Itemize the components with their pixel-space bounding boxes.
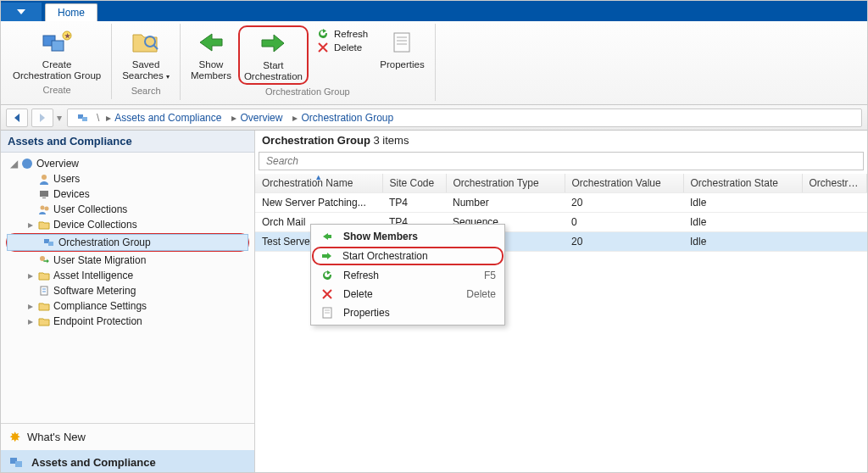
nav-bar: ▾ \ ▸Assets and Compliance ▸Overview ▸Or… xyxy=(1,105,867,131)
ctx-show-members[interactable]: Show Members xyxy=(313,227,503,246)
arrow-right-bold-icon xyxy=(319,251,334,261)
tree-item-software-metering[interactable]: Software Metering xyxy=(3,283,253,298)
tree-item-label: Software Metering xyxy=(53,285,136,297)
content-pane: Orchestration Group 3 items Orchestratio… xyxy=(255,131,867,473)
tree-item-user-collections[interactable]: User Collections xyxy=(3,202,253,217)
tree-item-label: Endpoint Protection xyxy=(53,315,142,327)
tree-item-label: User Collections xyxy=(53,203,127,215)
column-header[interactable]: Orchestration Type xyxy=(446,174,565,193)
sidebar-bottom: ✸ What's New Assets and Compliance xyxy=(1,423,254,473)
tree-item-devices[interactable]: Devices xyxy=(3,186,253,202)
ribbon-group-search: Saved Searches ▾ Search xyxy=(112,24,181,100)
tree-item-users[interactable]: Users xyxy=(3,171,253,186)
tree-item-user-state-migration[interactable]: User State Migration xyxy=(3,253,253,268)
refresh-icon xyxy=(315,28,331,40)
bc-sub2[interactable]: Orchestration Group xyxy=(301,112,393,124)
tree-icon xyxy=(38,220,50,230)
tree-icon xyxy=(38,188,50,200)
assets-icon xyxy=(9,455,25,469)
svg-rect-9 xyxy=(394,33,409,52)
search-box[interactable] xyxy=(259,152,864,170)
properties-sheet-icon xyxy=(320,307,335,319)
tree-item-label: Devices xyxy=(53,188,90,200)
ctx-show-members-label: Show Members xyxy=(343,231,418,242)
delete-label: Delete xyxy=(334,42,362,53)
show-line2: Members xyxy=(191,70,231,81)
tree-item-device-collections[interactable]: ▸Device Collections xyxy=(3,217,253,232)
breadcrumb[interactable]: \ ▸Assets and Compliance ▸Overview ▸Orch… xyxy=(67,109,862,127)
ctx-properties[interactable]: Properties xyxy=(313,303,503,322)
file-menu-button[interactable] xyxy=(1,3,42,21)
start-line1: Start xyxy=(263,60,283,70)
column-header[interactable]: Orchestration State xyxy=(683,174,802,193)
nav-tree[interactable]: ◢OverviewUsersDevicesUser Collections▸De… xyxy=(1,153,254,423)
ctx-refresh[interactable]: Refresh F5 xyxy=(313,266,503,285)
ctx-refresh-label: Refresh xyxy=(343,270,379,281)
delete-icon xyxy=(315,42,331,53)
tree-icon xyxy=(38,270,50,281)
column-header[interactable]: Orchestration Name▲ xyxy=(255,174,382,193)
nav-back-button[interactable] xyxy=(6,109,28,127)
ctx-delete[interactable]: Delete Delete xyxy=(313,285,503,303)
properties-icon xyxy=(387,27,417,58)
expand-caret-icon[interactable]: ◢ xyxy=(9,158,18,170)
star-icon: ✸ xyxy=(9,429,20,445)
tree-item-asset-intelligence[interactable]: ▸Asset Intelligence xyxy=(3,268,253,283)
expand-caret-icon[interactable]: ▸ xyxy=(26,315,35,327)
start-orchestration-icon xyxy=(258,28,288,58)
svg-point-18 xyxy=(42,175,47,180)
svg-point-22 xyxy=(45,207,49,211)
create-grp-line1: Create xyxy=(42,59,72,70)
cell: Idle xyxy=(683,232,802,252)
delete-x-icon xyxy=(320,289,335,299)
tree-item-label: Compliance Settings xyxy=(53,300,147,312)
tree-icon xyxy=(43,237,55,248)
properties-label: Properties xyxy=(380,59,424,70)
column-header[interactable]: Site Code xyxy=(382,174,446,193)
tree-icon xyxy=(38,285,50,297)
expand-caret-icon[interactable]: ▸ xyxy=(26,219,35,231)
assets-compliance-row[interactable]: Assets and Compliance xyxy=(1,450,254,473)
column-header[interactable]: Orchestration Value xyxy=(565,174,683,193)
breadcrumb-root-icon xyxy=(73,112,93,124)
search-input[interactable] xyxy=(264,154,858,168)
properties-button[interactable]: Properties xyxy=(375,25,429,72)
tree-item-label: Orchestration Group xyxy=(58,236,151,248)
tree-item-compliance-settings[interactable]: ▸Compliance Settings xyxy=(3,298,253,314)
refresh-button[interactable]: Refresh xyxy=(314,27,370,41)
whats-new-row[interactable]: ✸ What's New xyxy=(1,424,254,450)
cell: Number xyxy=(446,193,565,213)
tree-item-label: User State Migration xyxy=(53,254,146,266)
tree-item-endpoint-protection[interactable]: ▸Endpoint Protection xyxy=(3,314,253,329)
svg-rect-16 xyxy=(82,117,87,121)
bc-root[interactable]: Assets and Compliance xyxy=(114,112,221,124)
cell xyxy=(802,213,867,232)
cell: Idle xyxy=(683,193,802,213)
expand-caret-icon[interactable]: ▸ xyxy=(26,300,35,312)
cell xyxy=(802,193,867,213)
content-header: Orchestration Group 3 items xyxy=(255,131,867,150)
svg-rect-27 xyxy=(41,287,47,295)
bc-sub1[interactable]: Overview xyxy=(240,112,282,124)
arrow-right-icon xyxy=(320,231,335,242)
start-orchestration-button[interactable]: Start Orchestration xyxy=(238,25,309,85)
tab-home[interactable]: Home xyxy=(45,3,97,21)
expand-caret-icon[interactable]: ▸ xyxy=(26,270,35,281)
column-header[interactable]: Orchestration Start T xyxy=(802,174,867,193)
tree-item-orchestration-group[interactable]: Orchestration Group xyxy=(8,235,248,250)
nav-forward-button[interactable] xyxy=(31,109,53,127)
ctx-start-orchestration[interactable]: Start Orchestration xyxy=(312,247,504,265)
svg-marker-8 xyxy=(262,35,284,52)
table-row[interactable]: New Server Patching...TP4Number20Idle xyxy=(255,193,867,213)
delete-button[interactable]: Delete xyxy=(314,42,370,53)
context-menu[interactable]: Show Members Start Orchestration Refresh… xyxy=(310,224,505,326)
svg-point-21 xyxy=(41,206,45,210)
main-split: Assets and Compliance ◢OverviewUsersDevi… xyxy=(1,131,867,473)
show-members-button[interactable]: Show Members xyxy=(186,25,236,83)
saved-searches-button[interactable]: Saved Searches ▾ xyxy=(117,25,175,84)
create-orchestration-group-button[interactable]: ★ Create Orchestration Group xyxy=(8,25,106,83)
svg-rect-2 xyxy=(52,41,64,51)
svg-marker-13 xyxy=(14,114,19,122)
tree-item-overview[interactable]: ◢Overview xyxy=(3,156,253,171)
sidebar: Assets and Compliance ◢OverviewUsersDevi… xyxy=(1,131,255,473)
